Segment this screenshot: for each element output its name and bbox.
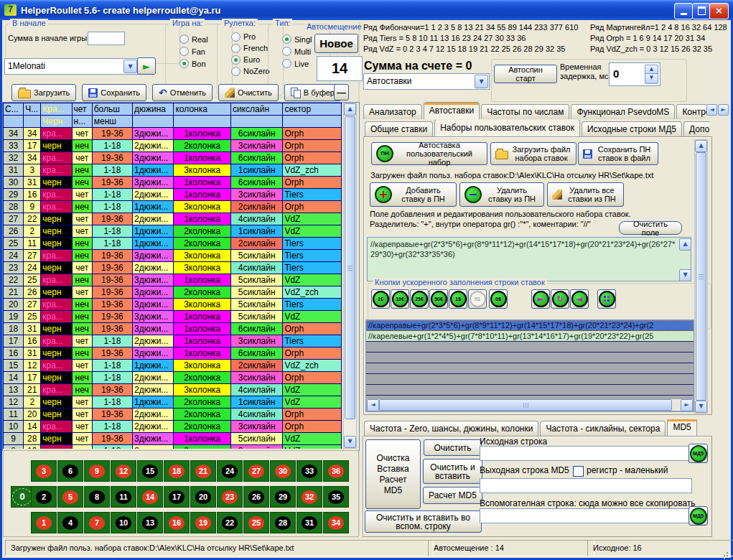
delay-spinner[interactable]: 0 ▲ ▼	[609, 62, 660, 86]
roulette-cell-31[interactable]: 31	[297, 512, 322, 533]
md5-run-button[interactable]: МД5	[688, 444, 708, 463]
roulette-cell-22[interactable]: 22	[217, 512, 243, 533]
list-item[interactable]	[366, 342, 694, 353]
radio-fan[interactable]: Fan	[174, 45, 223, 57]
table-row[interactable]: 2427кра...неч19-363дюжи...3колонка5сикла…	[4, 250, 342, 262]
md5-output-input[interactable]	[480, 478, 692, 493]
tab-Частота - сиклайны, сектора[interactable]: Частота - сиклайны, сектора	[540, 421, 666, 436]
scroll-down-icon[interactable]: ▼	[695, 401, 707, 413]
table-row[interactable]: 122чернчет1-181дюжи...2колонка1сиклайнVd…	[4, 396, 342, 409]
start-sum-input[interactable]	[88, 32, 125, 45]
table-row[interactable]: 2511черннеч1-181дюжи...2колонка2сиклайнT…	[4, 238, 342, 250]
money-button-0$[interactable]: 0$	[489, 289, 508, 309]
roulette-cell-20[interactable]: 20	[190, 486, 216, 508]
roulette-cell-7[interactable]: 7	[84, 512, 110, 533]
roulette-cell-33[interactable]: 33	[297, 460, 322, 482]
maximize-button[interactable]	[692, 3, 711, 19]
md5-source-input[interactable]	[480, 446, 692, 461]
roulette-cell-4[interactable]: 4	[57, 512, 83, 533]
table-row[interactable]: 289кра...неч1-181дюжи...3колонка2сиклайн…	[4, 201, 342, 213]
roulette-cell-2[interactable]: 2	[31, 486, 57, 508]
column-header[interactable]: Ч...	[24, 103, 41, 116]
delete-bet-button[interactable]: − Удалить ставку из ПН	[459, 182, 544, 207]
roulette-cell-12[interactable]: 12	[111, 460, 136, 482]
roulette-cell-5[interactable]: 5	[57, 486, 83, 508]
radio-pro[interactable]: Pro	[226, 31, 274, 42]
roulette-cell-24[interactable]: 24	[217, 460, 243, 482]
collapse-button[interactable]: —	[334, 84, 349, 101]
roulette-cell-28[interactable]: 28	[270, 512, 296, 533]
md5-clear-paste-aux-button[interactable]: Очистить и вставить во вспом. строку	[365, 510, 482, 533]
radio-bon[interactable]: Bon	[174, 57, 223, 70]
list-item[interactable]	[366, 385, 694, 396]
column-header[interactable]: колонка	[174, 103, 231, 116]
bet-edit-field[interactable]: //кареправые+gr(2*3*5*6)+gr(8*9*11*12)+g…	[367, 237, 691, 281]
resize-grip[interactable]	[719, 548, 729, 557]
table-row[interactable]: 3434кра...чет19-363дюжи...1колонка6сикла…	[4, 128, 342, 140]
tab-Функционал PsevdoMS[interactable]: Функционал PsevdoMS	[571, 104, 675, 119]
run-strategy-button[interactable]: ►	[137, 57, 156, 75]
roulette-cell-10[interactable]: 10	[111, 512, 136, 533]
list-item[interactable]	[366, 374, 694, 385]
column-header[interactable]	[174, 116, 231, 128]
fill-undo-button[interactable]: ◄	[570, 289, 589, 309]
roulette-cell-36[interactable]: 36	[323, 460, 349, 482]
column-header[interactable]: сикслайн	[230, 103, 282, 116]
strategy-combobox[interactable]: 1Melonati ▼	[4, 58, 139, 75]
roulette-cell-30[interactable]: 30	[270, 460, 296, 482]
roulette-cell-26[interactable]: 26	[243, 486, 269, 508]
roulette-cell-18[interactable]: 18	[164, 460, 190, 482]
roulette-cell-13[interactable]: 13	[137, 512, 163, 533]
table-row[interactable]: 2027кра...неч19-363дюжи...3колонка5сикла…	[4, 299, 342, 311]
md5-aux-input[interactable]	[480, 508, 692, 523]
tab-Контроль банкро[interactable]: Контроль банкро	[676, 104, 706, 119]
table-row[interactable]: 1925кра...неч19-363дюжи...1колонка5сикла…	[4, 311, 342, 323]
roulette-cell-3[interactable]: 3	[31, 460, 57, 482]
clear-field-button[interactable]: Очистить поле	[619, 221, 682, 235]
scroll-right-icon[interactable]: ►	[681, 399, 693, 411]
column-header[interactable]	[283, 116, 342, 128]
table-row[interactable]: 3031черннеч19-363дюжи...1колонка6сиклайн…	[4, 177, 342, 189]
fill-repeat-button[interactable]: ↻	[551, 289, 569, 309]
roulette-cell-11[interactable]: 11	[111, 486, 136, 508]
autobets-combobox[interactable]: Автоставки ▼	[363, 73, 490, 90]
roulette-cell-25[interactable]: 25	[243, 512, 269, 533]
tab-Наборы пользовательских ставок[interactable]: Наборы пользовательских ставок	[434, 120, 580, 136]
column-header[interactable]: С...	[4, 103, 24, 116]
table-vscrollbar[interactable]: ▲ ▼	[343, 103, 357, 449]
column-header[interactable]	[230, 116, 282, 128]
scrollbar-thumb[interactable]	[379, 399, 672, 411]
scrollbar-thumb[interactable]	[345, 116, 355, 419]
list-item[interactable]: //кареправые+gr(2*3*5*6)+gr(8*9*11*12)+g…	[366, 320, 694, 331]
radio-live[interactable]: Live	[277, 57, 321, 70]
radio-real[interactable]: Real	[174, 33, 223, 45]
tab-Общие ставки[interactable]: Общие ставки	[365, 121, 433, 136]
column-header[interactable]: больш	[92, 103, 132, 116]
money-button-10€[interactable]: 10€	[391, 289, 409, 309]
spinner-down-icon[interactable]: ▼	[645, 73, 658, 84]
column-header[interactable]	[133, 116, 174, 128]
fill-pattern-button[interactable]	[597, 289, 616, 309]
column-header[interactable]	[24, 116, 41, 128]
bet-set-listbox[interactable]: //кареправые+gr(2*3*5*6)+gr(8*9*11*12)+g…	[365, 319, 694, 412]
table-row[interactable]: 2324чернчет19-362дюжи...3колонка4сиклайн…	[4, 262, 342, 274]
table-row[interactable]: 313кра...неч1-181дюжи...3колонка1сиклайн…	[4, 164, 342, 177]
md5-clear-button[interactable]: Очистить	[424, 439, 482, 456]
radio-nozero[interactable]: NoZero	[226, 65, 274, 77]
scroll-up-icon[interactable]: ▲	[695, 140, 707, 152]
column-header[interactable]	[4, 116, 24, 128]
table-row[interactable]: 1120чернчет19-362дюжи...2колонка4сиклайн…	[4, 409, 342, 421]
md5-clear-paste-calc-button[interactable]: Очистка Вставка Расчет MD5	[365, 439, 421, 509]
toolbar-brush-button[interactable]: Очистить	[218, 84, 279, 101]
list-item[interactable]: //карелевые+gr(1*2*4*5)+gr(7*8*10*11)+gr…	[366, 331, 694, 342]
table-row[interactable]: 2225кра...неч19-363дюжи...1колонка5сикла…	[4, 274, 342, 286]
roulette-cell-9[interactable]: 9	[84, 460, 110, 482]
chevron-down-icon[interactable]: ▼	[123, 60, 137, 73]
load-bet-file-button[interactable]: Загрузить файл набора ставок	[490, 142, 576, 165]
list-item[interactable]	[366, 353, 694, 363]
table-row[interactable]: 2916кра...чет1-182дюжи...1колонка3сиклай…	[4, 189, 342, 201]
table-row[interactable]: 2722чернчет19-362дюжи...1колонка4сиклайн…	[4, 213, 342, 225]
table-row[interactable]: 1831черннеч19-363дюжи...1колонка6сиклайн…	[4, 323, 342, 335]
toolbar-open-folder-button[interactable]: Загрузить	[11, 84, 76, 101]
roulette-cell-29[interactable]: 29	[270, 486, 296, 508]
